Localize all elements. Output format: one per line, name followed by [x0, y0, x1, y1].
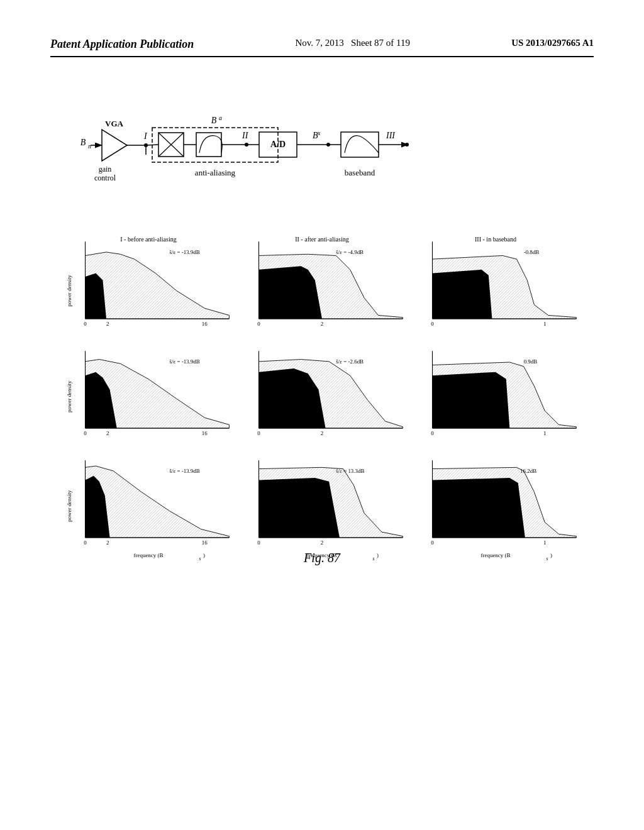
svg-text:I - before anti-aliasing: I - before anti-aliasing — [120, 236, 177, 243]
svg-text:): ) — [377, 552, 379, 558]
graph-svg-r1c1: I - before anti-aliasing power density ŝ… — [64, 233, 233, 338]
svg-text:III - in baseband: III - in baseband — [475, 236, 516, 243]
svg-text:power density: power density — [66, 490, 72, 522]
svg-text:power density: power density — [66, 380, 72, 412]
svg-marker-60 — [433, 270, 492, 319]
svg-text:0: 0 — [431, 321, 434, 327]
svg-text:ŝ/ε = -4.9dB: ŝ/ε = -4.9dB — [336, 249, 364, 255]
graph-r2c1: power density ŝ/ε = -13.9dB 0 2 16 — [64, 343, 233, 447]
svg-text:0.9dB: 0.9dB — [524, 358, 538, 365]
svg-text:ŝ/ε = -13.9dB: ŝ/ε = -13.9dB — [170, 468, 200, 474]
svg-text:ŝ/ε = -2.6dB: ŝ/ε = -2.6dB — [336, 358, 364, 365]
page: Patent Application Publication Nov. 7, 2… — [0, 0, 644, 830]
svg-marker-42 — [86, 252, 230, 319]
graph-svg-r1c3: III - in baseband -0.8dB 0 1 — [411, 233, 580, 338]
svg-text:II - after anti-aliasing: II - after anti-aliasing — [295, 236, 349, 243]
svg-text:2: 2 — [321, 430, 323, 436]
svg-text:): ) — [203, 552, 205, 558]
header: Patent Application Publication Nov. 7, 2… — [50, 38, 594, 57]
svg-text:2: 2 — [321, 321, 323, 327]
svg-text:anti-aliasing: anti-aliasing — [195, 168, 236, 177]
svg-text:): ) — [550, 552, 552, 558]
svg-text:a: a — [219, 114, 222, 121]
publication-date: Nov. 7, 2013 — [295, 38, 343, 48]
svg-text:frequency (B: frequency (B — [134, 552, 164, 558]
header-center: Nov. 7, 2013 Sheet 87 of 119 — [295, 38, 410, 48]
svg-text:0: 0 — [84, 540, 87, 546]
svg-text:ŝ/ε = -13.9dB: ŝ/ε = -13.9dB — [170, 358, 200, 365]
svg-text:VGA: VGA — [105, 119, 124, 128]
svg-text:0: 0 — [431, 430, 434, 436]
svg-text:baseband: baseband — [345, 168, 375, 177]
svg-text:B: B — [80, 138, 86, 147]
svg-marker-83 — [433, 372, 510, 428]
svg-text:16: 16 — [202, 321, 208, 327]
svg-text:s: s — [199, 556, 201, 562]
graph-r3c3: 16.2dB 0 1 frequency (B s ) — [411, 452, 580, 563]
patent-number: US 2013/0297665 A1 — [511, 38, 594, 48]
svg-text:frequency (B: frequency (B — [308, 552, 337, 558]
svg-text:A/D: A/D — [270, 140, 286, 149]
graph-svg-r2c3: 0.9dB 0 1 — [411, 343, 580, 447]
graph-r3c1: power density ŝ/ε = -13.9dB 0 2 16 frequ… — [64, 452, 233, 563]
svg-text:-0.8dB: -0.8dB — [524, 249, 540, 255]
graph-r2c3: 0.9dB 0 1 — [411, 343, 580, 447]
sheet-info: Sheet 87 of 119 — [351, 38, 410, 48]
svg-text:I: I — [143, 131, 148, 141]
svg-text:1: 1 — [543, 540, 546, 546]
graphs-grid: I - before anti-aliasing power density ŝ… — [64, 233, 580, 535]
svg-text:16: 16 — [202, 540, 208, 546]
svg-text:0: 0 — [84, 430, 87, 436]
graph-svg-r3c2: ŝ/ε ≈ 13.3dB 0 2 frequency (B s ) — [238, 452, 406, 563]
svg-text:x: x — [317, 130, 321, 136]
svg-text:n: n — [88, 143, 91, 150]
diagram-svg: B n VGA I gain control — [64, 82, 580, 208]
graph-r2c2: ŝ/ε = -2.6dB 0 2 — [238, 343, 406, 447]
svg-text:II: II — [242, 131, 249, 140]
main-content: B n VGA I gain control — [50, 82, 594, 565]
svg-text:0: 0 — [257, 540, 260, 546]
graph-svg-r3c3: 16.2dB 0 1 frequency (B s ) — [411, 452, 580, 563]
graph-svg-r1c2: II - after anti-aliasing ŝ/ε = -4.9dB 0 … — [238, 233, 406, 338]
svg-text:B: B — [211, 116, 217, 125]
block-diagram: B n VGA I gain control — [64, 82, 580, 208]
graph-svg-r2c1: power density ŝ/ε = -13.9dB 0 2 16 — [64, 343, 233, 447]
svg-text:s: s — [372, 556, 374, 562]
svg-text:2: 2 — [321, 540, 323, 546]
svg-line-19 — [146, 145, 158, 145]
svg-text:1: 1 — [543, 321, 546, 327]
svg-marker-2 — [102, 130, 127, 161]
svg-text:ŝ/ε = -13.9dB: ŝ/ε = -13.9dB — [170, 249, 200, 255]
svg-text:0: 0 — [257, 430, 260, 436]
svg-marker-112 — [433, 478, 525, 538]
svg-text:frequency (B: frequency (B — [481, 552, 511, 558]
graph-r1c2: II - after anti-aliasing ŝ/ε = -4.9dB 0 … — [238, 233, 406, 338]
svg-text:2: 2 — [106, 321, 109, 327]
svg-text:2: 2 — [106, 540, 109, 546]
svg-marker-102 — [259, 478, 340, 538]
svg-text:1: 1 — [543, 430, 546, 436]
svg-text:0: 0 — [84, 321, 87, 327]
graph-r3c2: ŝ/ε ≈ 13.3dB 0 2 frequency (B s ) — [238, 452, 406, 563]
svg-text:power density: power density — [66, 275, 72, 307]
graph-r1c3: III - in baseband -0.8dB 0 1 — [411, 233, 580, 338]
svg-point-34 — [405, 143, 409, 147]
svg-text:0: 0 — [431, 540, 434, 546]
publication-title: Patent Application Publication — [50, 38, 194, 51]
svg-text:control: control — [94, 174, 116, 182]
svg-text:0: 0 — [257, 321, 260, 327]
graph-r1c1: I - before anti-aliasing power density ŝ… — [64, 233, 233, 338]
svg-text:gain: gain — [99, 165, 112, 174]
graph-svg-r2c2: ŝ/ε = -2.6dB 0 2 — [238, 343, 406, 447]
svg-text:16: 16 — [202, 430, 208, 436]
graph-svg-r3c1: power density ŝ/ε = -13.9dB 0 2 16 frequ… — [64, 452, 233, 563]
svg-text:2: 2 — [106, 430, 109, 436]
svg-text:III: III — [386, 131, 396, 140]
svg-text:s: s — [546, 556, 548, 562]
